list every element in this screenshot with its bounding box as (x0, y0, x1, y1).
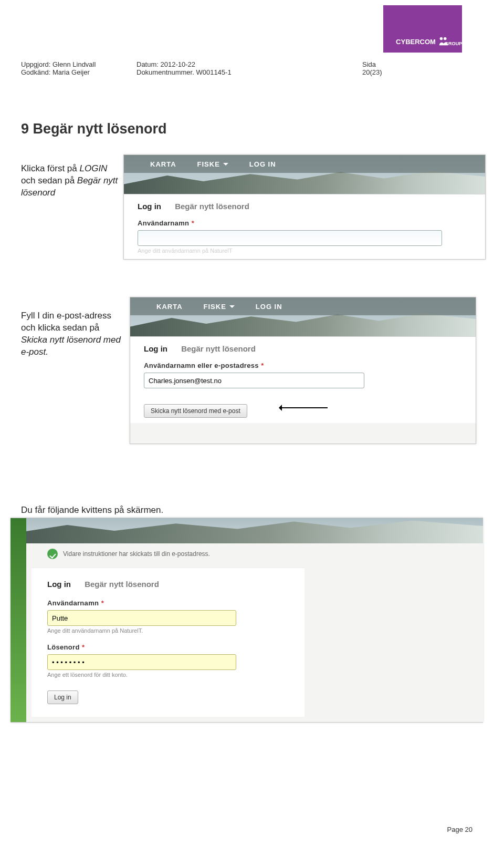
nav-login[interactable]: LOG IN (249, 160, 276, 168)
send-reset-button[interactable]: Skicka nytt lösenord med e-post (144, 404, 247, 418)
tab-login[interactable]: Log in (138, 202, 161, 211)
page-footer: Page 20 (447, 826, 472, 833)
nav-bar: KARTA FISKE LOG IN (124, 155, 485, 173)
tab-login-2[interactable]: Log in (144, 344, 167, 353)
username-input-confirm[interactable] (47, 610, 236, 626)
document-meta: Uppgjord: Glenn Lindvall Godkänd: Maria … (21, 60, 472, 76)
nav-login-2[interactable]: LOG IN (256, 303, 282, 311)
instruction-3: Du får följande kvittens på skärmen. (21, 504, 231, 517)
login-button[interactable]: Log in (47, 691, 78, 704)
nav-karta[interactable]: KARTA (150, 160, 176, 168)
approver-line: Godkänd: Maria Geijer (21, 68, 136, 76)
auth-tabs: Log in Begär nytt lösenord (138, 202, 471, 211)
password-input[interactable] (47, 654, 236, 670)
confirm-text: Vidare instruktioner har skickats till d… (63, 550, 210, 558)
logo-text: CYBERCOM (396, 38, 436, 46)
instruction-1: Klicka först på LOGIN och sedan på Begär… (21, 163, 126, 199)
password-hint: Ange ett lösenord för ditt konto. (47, 672, 293, 678)
screenshot-confirmation: Vidare instruktioner har skickats till d… (10, 518, 483, 723)
nav-fiske-2[interactable]: FISKE (204, 303, 235, 311)
docnr-line: Dokumentnummer. W001145-1 (136, 68, 273, 76)
auth-tabs-2: Log in Begär nytt lösenord (144, 344, 462, 353)
required-marker-4: * (82, 643, 85, 651)
password-label: Lösenord (47, 643, 80, 651)
nav-fiske[interactable]: FISKE (197, 160, 228, 168)
username-input[interactable] (138, 230, 442, 246)
required-marker: * (192, 219, 194, 227)
tab-reset-2[interactable]: Begär nytt lösenord (181, 344, 256, 353)
author-line: Uppgjord: Glenn Lindvall (21, 60, 136, 68)
screenshot-login-tab: KARTA FISKE LOG IN Log in Begär nytt lös… (123, 154, 486, 260)
page-number: 20(23) (362, 68, 472, 76)
username-or-email-label: Användarnamn eller e-postadress (144, 362, 259, 369)
pointer-arrow-icon (280, 407, 328, 408)
tab-reset-3[interactable]: Begär nytt lösenord (85, 580, 159, 589)
instruction-2: Fyll I din e-post-adress och klicka seda… (21, 310, 126, 358)
tab-reset[interactable]: Begär nytt lösenord (175, 202, 249, 211)
confirmation-message: Vidare instruktioner har skickats till d… (10, 543, 483, 561)
date-line: Datum: 2012-10-22 (136, 60, 273, 68)
tab-login-3[interactable]: Log in (47, 580, 71, 589)
username-hint: Ange ditt användarnamn på NaturelT (138, 248, 471, 254)
logo-subtext: GROUP (445, 41, 462, 46)
username-label: Användarnamn (138, 219, 189, 227)
section-heading: 9 Begär nytt lösenord (21, 121, 167, 137)
screenshot-reset-form: KARTA FISKE LOG IN Log in Begär nytt lös… (130, 297, 476, 444)
required-marker-2: * (261, 362, 264, 369)
success-check-icon (47, 549, 58, 559)
email-input[interactable] (144, 373, 364, 388)
nav-karta-2[interactable]: KARTA (156, 303, 183, 311)
username-label-3: Användarnamn (47, 599, 99, 607)
auth-tabs-3: Log in Begär nytt lösenord (47, 580, 293, 589)
green-sidebar-stripe (10, 518, 26, 722)
svg-point-1 (444, 37, 447, 40)
svg-point-0 (440, 37, 443, 40)
username-hint-3: Ange ditt användarnamn på NaturelT. (47, 627, 293, 634)
page-label: Sida (362, 60, 472, 68)
required-marker-3: * (101, 599, 104, 607)
nav-bar-2: KARTA FISKE LOG IN (130, 297, 476, 315)
